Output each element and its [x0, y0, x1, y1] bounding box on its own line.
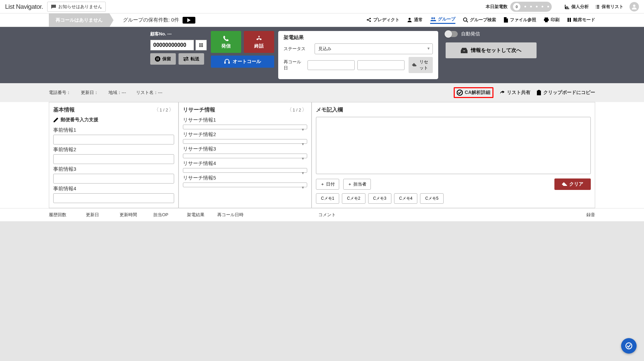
research-select-4[interactable]: [183, 168, 307, 173]
svg-point-13: [199, 43, 200, 44]
hold-button[interactable]: 保留: [150, 53, 176, 65]
personal-analysis-link[interactable]: 個人分析: [565, 4, 589, 10]
basic-info-title: 基本情報: [53, 106, 75, 113]
cmemo-4[interactable]: Cメモ4: [394, 193, 417, 204]
basic-field-4[interactable]: [53, 193, 174, 203]
notice-text: お知らせはありません: [58, 4, 102, 10]
phone-icon: [223, 35, 229, 42]
research-select-3[interactable]: [183, 154, 307, 158]
eraser-icon: [412, 63, 417, 67]
basic-info-panel: 基本情報 〈 1 / 2 〉 郵便番号入力支援 事前情報1 事前情報2 事前情報…: [49, 102, 179, 208]
nav-group[interactable]: グループ: [430, 16, 455, 24]
svg-rect-10: [545, 21, 548, 22]
end-call-button[interactable]: 終話: [244, 31, 274, 53]
research-prev[interactable]: 〈: [287, 106, 292, 113]
list-share-button[interactable]: リスト共有: [500, 90, 530, 96]
person-icon: [407, 17, 412, 23]
today-calls-pill: 0: [510, 2, 552, 12]
nav-normal[interactable]: 通常: [407, 17, 423, 24]
call-button[interactable]: 発信: [211, 31, 241, 53]
group-hold-count: グループの保有件数: 0件: [116, 13, 202, 27]
nav-away-mode[interactable]: 離席モード: [567, 17, 595, 24]
hist-col: コメント: [318, 212, 575, 218]
auto-dial-label: 自動発信: [461, 31, 480, 37]
ca-analysis-button[interactable]: CA解析詳細: [454, 87, 493, 98]
edit-icon: [53, 117, 59, 123]
cmemo-2[interactable]: Cメモ2: [342, 193, 365, 204]
clear-memo-button[interactable]: クリア: [554, 178, 591, 190]
svg-point-14: [201, 43, 202, 44]
status-label: ステータス: [284, 46, 311, 52]
svg-rect-28: [537, 91, 541, 95]
nav-print[interactable]: 印刷: [544, 17, 559, 24]
basic-prev[interactable]: 〈: [154, 106, 159, 113]
basic-next[interactable]: 〉: [169, 106, 174, 113]
recall-time-input[interactable]: [357, 60, 405, 70]
info-region: 地域：---: [108, 90, 126, 96]
hist-col: 更新時間: [120, 212, 153, 218]
nav-file-ref[interactable]: ファイル参照: [504, 17, 536, 24]
autocall-button[interactable]: オートコール: [211, 56, 274, 68]
svg-rect-23: [157, 58, 157, 60]
basic-field-1[interactable]: [53, 135, 174, 144]
svg-point-5: [431, 18, 433, 19]
reset-button[interactable]: リセット: [409, 57, 433, 73]
plus-icon: ＋: [348, 181, 352, 187]
analysis-icon: [457, 90, 463, 96]
history-header: 履歴回数 更新日 更新時間 担当OP 架電結果 再コール日時 コメント 録音: [0, 208, 644, 221]
clipboard-copy-button[interactable]: クリップボードにコピー: [537, 90, 595, 96]
phone-input[interactable]: [150, 40, 194, 51]
nav-predictive[interactable]: プレディクト: [366, 17, 399, 24]
svg-point-3: [369, 21, 371, 22]
svg-rect-26: [228, 62, 230, 64]
info-updated: 更新日：: [81, 90, 98, 96]
research-select-1[interactable]: [183, 125, 307, 129]
set-next-button[interactable]: 情報をセットして次へ: [446, 42, 537, 58]
cmemo-5[interactable]: Cメモ5: [420, 193, 443, 204]
field-label: 事前情報4: [53, 186, 174, 192]
held-list-link[interactable]: 保有リスト: [595, 4, 623, 10]
research-select-5[interactable]: [183, 183, 307, 187]
svg-rect-29: [538, 90, 540, 91]
nav-group-search[interactable]: グループ検索: [463, 17, 496, 24]
customer-no-label: 顧客No. ---: [150, 31, 207, 37]
cmemo-3[interactable]: Cメモ3: [368, 193, 391, 204]
auto-dial-toggle[interactable]: [446, 31, 458, 37]
svg-point-4: [409, 18, 411, 20]
insert-person-button[interactable]: ＋ 担当者: [343, 179, 371, 190]
postal-helper-link[interactable]: 郵便番号入力支援: [53, 117, 174, 123]
chat-icon: [51, 4, 56, 9]
research-select-2[interactable]: [183, 139, 307, 144]
research-next[interactable]: 〉: [302, 106, 307, 113]
notice-box: お知らせはありません: [47, 2, 106, 12]
today-calls-count: 0: [513, 3, 520, 10]
field-label: リサーチ情報5: [183, 175, 307, 181]
status-select[interactable]: 見込み: [315, 43, 433, 54]
svg-point-18: [202, 45, 203, 46]
avatar[interactable]: [630, 2, 639, 11]
svg-point-1: [367, 19, 368, 21]
svg-rect-8: [545, 18, 548, 19]
call-result-title: 架電結果: [284, 34, 433, 41]
recall-tag: 再コールはありません: [49, 13, 109, 27]
svg-point-19: [199, 46, 200, 47]
svg-point-7: [463, 18, 467, 21]
svg-point-6: [433, 18, 435, 19]
pause-circle-icon: [155, 56, 160, 62]
recall-date-input[interactable]: [308, 60, 355, 70]
cmemo-1[interactable]: Cメモ1: [316, 193, 339, 204]
hist-col: 架電結果: [187, 212, 217, 218]
group-hold-next-button[interactable]: [183, 17, 195, 24]
basic-field-2[interactable]: [53, 154, 174, 164]
transfer-button[interactable]: 転送: [179, 53, 204, 65]
dialpad-button[interactable]: [195, 40, 207, 51]
memo-textarea[interactable]: [316, 117, 591, 174]
svg-point-20: [201, 46, 202, 47]
clipboard-icon: [537, 90, 541, 95]
plus-icon: ＋: [320, 181, 325, 187]
basic-field-3[interactable]: [53, 174, 174, 184]
today-calls-label: 本日架電数: [486, 4, 508, 10]
phone-down-icon: [255, 35, 263, 42]
insert-date-button[interactable]: ＋ 日付: [316, 179, 339, 190]
share-out-icon: [500, 90, 505, 95]
